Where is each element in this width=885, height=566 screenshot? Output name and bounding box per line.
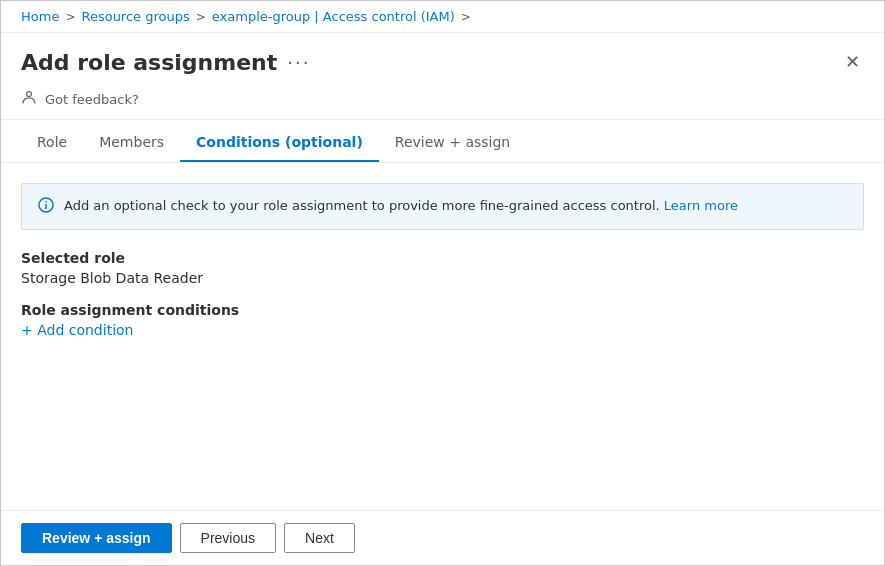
panel-footer: Review + assign Previous Next [1,510,884,565]
breadcrumb: Home > Resource groups > example-group |… [1,1,884,33]
selected-role-value: Storage Blob Data Reader [21,270,864,286]
svg-point-0 [27,92,32,97]
learn-more-link[interactable]: Learn more [664,198,738,213]
breadcrumb-sep-2: > [196,10,206,24]
svg-rect-3 [45,201,47,203]
feedback-bar: Got feedback? [1,79,884,120]
feedback-text: Got feedback? [45,92,139,107]
info-box: Add an optional check to your role assig… [21,183,864,230]
next-button[interactable]: Next [284,523,355,553]
svg-rect-2 [45,204,47,209]
tab-review-assign[interactable]: Review + assign [379,124,526,162]
panel-header: Add role assignment ··· ✕ [1,33,884,75]
tabs-bar: Role Members Conditions (optional) Revie… [1,124,884,163]
add-role-assignment-panel: Home > Resource groups > example-group |… [0,0,885,566]
breadcrumb-sep-3: > [461,10,471,24]
feedback-icon [21,89,37,109]
info-icon [38,197,54,217]
tab-role[interactable]: Role [21,124,83,162]
panel-title: Add role assignment [21,50,277,75]
selected-role-label: Selected role [21,250,864,266]
close-button[interactable]: ✕ [841,49,864,75]
info-text: Add an optional check to your role assig… [64,196,738,216]
tab-members[interactable]: Members [83,124,180,162]
breadcrumb-home[interactable]: Home [21,9,59,24]
conditions-label: Role assignment conditions [21,302,864,318]
review-assign-button[interactable]: Review + assign [21,523,172,553]
add-condition-button[interactable]: + Add condition [21,322,864,338]
breadcrumb-example-group[interactable]: example-group | Access control (IAM) [212,9,455,24]
tab-conditions[interactable]: Conditions (optional) [180,124,379,162]
breadcrumb-resource-groups[interactable]: Resource groups [81,9,189,24]
more-options-icon[interactable]: ··· [287,52,310,73]
panel-content: Add an optional check to your role assig… [1,163,884,510]
breadcrumb-sep-1: > [65,10,75,24]
previous-button[interactable]: Previous [180,523,276,553]
